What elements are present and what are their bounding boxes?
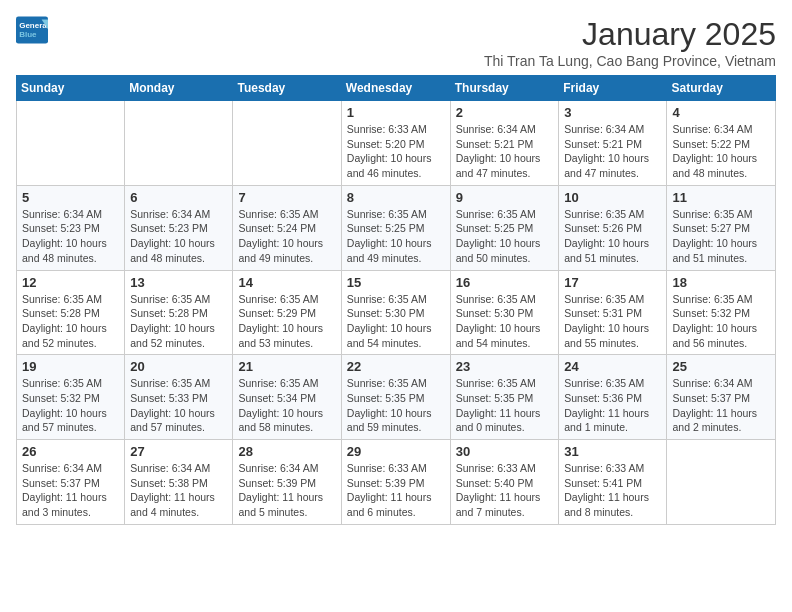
day-number: 6 bbox=[130, 190, 227, 205]
day-number: 14 bbox=[238, 275, 335, 290]
day-number: 18 bbox=[672, 275, 770, 290]
day-number: 12 bbox=[22, 275, 119, 290]
day-info: Sunrise: 6:35 AM Sunset: 5:35 PM Dayligh… bbox=[456, 376, 554, 435]
day-number: 21 bbox=[238, 359, 335, 374]
day-number: 19 bbox=[22, 359, 119, 374]
day-info: Sunrise: 6:35 AM Sunset: 5:36 PM Dayligh… bbox=[564, 376, 661, 435]
day-info: Sunrise: 6:33 AM Sunset: 5:40 PM Dayligh… bbox=[456, 461, 554, 520]
day-number: 22 bbox=[347, 359, 445, 374]
calendar-week-row: 12Sunrise: 6:35 AM Sunset: 5:28 PM Dayli… bbox=[17, 270, 776, 355]
calendar-week-row: 26Sunrise: 6:34 AM Sunset: 5:37 PM Dayli… bbox=[17, 440, 776, 525]
day-info: Sunrise: 6:33 AM Sunset: 5:41 PM Dayligh… bbox=[564, 461, 661, 520]
day-number: 30 bbox=[456, 444, 554, 459]
title-block: January 2025 Thi Tran Ta Lung, Cao Bang … bbox=[484, 16, 776, 69]
calendar-cell: 20Sunrise: 6:35 AM Sunset: 5:33 PM Dayli… bbox=[125, 355, 233, 440]
weekday-header-row: SundayMondayTuesdayWednesdayThursdayFrid… bbox=[17, 76, 776, 101]
weekday-header: Friday bbox=[559, 76, 667, 101]
day-number: 9 bbox=[456, 190, 554, 205]
day-info: Sunrise: 6:35 AM Sunset: 5:28 PM Dayligh… bbox=[22, 292, 119, 351]
day-number: 8 bbox=[347, 190, 445, 205]
day-info: Sunrise: 6:34 AM Sunset: 5:37 PM Dayligh… bbox=[22, 461, 119, 520]
day-info: Sunrise: 6:35 AM Sunset: 5:33 PM Dayligh… bbox=[130, 376, 227, 435]
day-info: Sunrise: 6:35 AM Sunset: 5:30 PM Dayligh… bbox=[347, 292, 445, 351]
day-info: Sunrise: 6:35 AM Sunset: 5:34 PM Dayligh… bbox=[238, 376, 335, 435]
day-info: Sunrise: 6:34 AM Sunset: 5:22 PM Dayligh… bbox=[672, 122, 770, 181]
calendar-cell: 17Sunrise: 6:35 AM Sunset: 5:31 PM Dayli… bbox=[559, 270, 667, 355]
day-number: 27 bbox=[130, 444, 227, 459]
day-number: 20 bbox=[130, 359, 227, 374]
calendar-week-row: 1Sunrise: 6:33 AM Sunset: 5:20 PM Daylig… bbox=[17, 101, 776, 186]
day-info: Sunrise: 6:35 AM Sunset: 5:24 PM Dayligh… bbox=[238, 207, 335, 266]
day-number: 28 bbox=[238, 444, 335, 459]
calendar-cell: 22Sunrise: 6:35 AM Sunset: 5:35 PM Dayli… bbox=[341, 355, 450, 440]
day-info: Sunrise: 6:34 AM Sunset: 5:21 PM Dayligh… bbox=[456, 122, 554, 181]
day-number: 4 bbox=[672, 105, 770, 120]
calendar-cell: 4Sunrise: 6:34 AM Sunset: 5:22 PM Daylig… bbox=[667, 101, 776, 186]
calendar-cell: 26Sunrise: 6:34 AM Sunset: 5:37 PM Dayli… bbox=[17, 440, 125, 525]
day-info: Sunrise: 6:35 AM Sunset: 5:25 PM Dayligh… bbox=[347, 207, 445, 266]
day-info: Sunrise: 6:34 AM Sunset: 5:23 PM Dayligh… bbox=[130, 207, 227, 266]
day-number: 29 bbox=[347, 444, 445, 459]
day-info: Sunrise: 6:33 AM Sunset: 5:20 PM Dayligh… bbox=[347, 122, 445, 181]
svg-text:Blue: Blue bbox=[19, 30, 37, 39]
weekday-header: Wednesday bbox=[341, 76, 450, 101]
calendar-cell: 21Sunrise: 6:35 AM Sunset: 5:34 PM Dayli… bbox=[233, 355, 341, 440]
day-number: 2 bbox=[456, 105, 554, 120]
calendar-cell: 18Sunrise: 6:35 AM Sunset: 5:32 PM Dayli… bbox=[667, 270, 776, 355]
day-number: 17 bbox=[564, 275, 661, 290]
day-info: Sunrise: 6:35 AM Sunset: 5:32 PM Dayligh… bbox=[672, 292, 770, 351]
calendar-cell: 27Sunrise: 6:34 AM Sunset: 5:38 PM Dayli… bbox=[125, 440, 233, 525]
calendar-cell bbox=[125, 101, 233, 186]
day-number: 3 bbox=[564, 105, 661, 120]
calendar-cell bbox=[233, 101, 341, 186]
day-info: Sunrise: 6:35 AM Sunset: 5:30 PM Dayligh… bbox=[456, 292, 554, 351]
weekday-header: Saturday bbox=[667, 76, 776, 101]
calendar-week-row: 19Sunrise: 6:35 AM Sunset: 5:32 PM Dayli… bbox=[17, 355, 776, 440]
calendar-table: SundayMondayTuesdayWednesdayThursdayFrid… bbox=[16, 75, 776, 525]
calendar-cell: 11Sunrise: 6:35 AM Sunset: 5:27 PM Dayli… bbox=[667, 185, 776, 270]
calendar-cell: 24Sunrise: 6:35 AM Sunset: 5:36 PM Dayli… bbox=[559, 355, 667, 440]
day-info: Sunrise: 6:34 AM Sunset: 5:23 PM Dayligh… bbox=[22, 207, 119, 266]
day-number: 10 bbox=[564, 190, 661, 205]
calendar-cell: 29Sunrise: 6:33 AM Sunset: 5:39 PM Dayli… bbox=[341, 440, 450, 525]
day-number: 11 bbox=[672, 190, 770, 205]
day-info: Sunrise: 6:34 AM Sunset: 5:39 PM Dayligh… bbox=[238, 461, 335, 520]
day-number: 16 bbox=[456, 275, 554, 290]
day-info: Sunrise: 6:35 AM Sunset: 5:35 PM Dayligh… bbox=[347, 376, 445, 435]
calendar-cell: 12Sunrise: 6:35 AM Sunset: 5:28 PM Dayli… bbox=[17, 270, 125, 355]
day-number: 31 bbox=[564, 444, 661, 459]
day-info: Sunrise: 6:33 AM Sunset: 5:39 PM Dayligh… bbox=[347, 461, 445, 520]
day-number: 24 bbox=[564, 359, 661, 374]
logo-icon: General Blue bbox=[16, 16, 48, 44]
calendar-cell: 23Sunrise: 6:35 AM Sunset: 5:35 PM Dayli… bbox=[450, 355, 559, 440]
calendar-title: January 2025 bbox=[484, 16, 776, 53]
day-info: Sunrise: 6:35 AM Sunset: 5:25 PM Dayligh… bbox=[456, 207, 554, 266]
calendar-cell: 7Sunrise: 6:35 AM Sunset: 5:24 PM Daylig… bbox=[233, 185, 341, 270]
calendar-cell: 25Sunrise: 6:34 AM Sunset: 5:37 PM Dayli… bbox=[667, 355, 776, 440]
calendar-cell: 10Sunrise: 6:35 AM Sunset: 5:26 PM Dayli… bbox=[559, 185, 667, 270]
calendar-cell bbox=[667, 440, 776, 525]
day-info: Sunrise: 6:35 AM Sunset: 5:29 PM Dayligh… bbox=[238, 292, 335, 351]
day-info: Sunrise: 6:35 AM Sunset: 5:27 PM Dayligh… bbox=[672, 207, 770, 266]
day-info: Sunrise: 6:35 AM Sunset: 5:28 PM Dayligh… bbox=[130, 292, 227, 351]
day-number: 26 bbox=[22, 444, 119, 459]
calendar-cell: 16Sunrise: 6:35 AM Sunset: 5:30 PM Dayli… bbox=[450, 270, 559, 355]
calendar-cell: 9Sunrise: 6:35 AM Sunset: 5:25 PM Daylig… bbox=[450, 185, 559, 270]
calendar-cell: 13Sunrise: 6:35 AM Sunset: 5:28 PM Dayli… bbox=[125, 270, 233, 355]
calendar-cell bbox=[17, 101, 125, 186]
day-info: Sunrise: 6:35 AM Sunset: 5:31 PM Dayligh… bbox=[564, 292, 661, 351]
calendar-subtitle: Thi Tran Ta Lung, Cao Bang Province, Vie… bbox=[484, 53, 776, 69]
calendar-cell: 1Sunrise: 6:33 AM Sunset: 5:20 PM Daylig… bbox=[341, 101, 450, 186]
day-number: 25 bbox=[672, 359, 770, 374]
calendar-cell: 15Sunrise: 6:35 AM Sunset: 5:30 PM Dayli… bbox=[341, 270, 450, 355]
day-number: 15 bbox=[347, 275, 445, 290]
calendar-cell: 30Sunrise: 6:33 AM Sunset: 5:40 PM Dayli… bbox=[450, 440, 559, 525]
calendar-cell: 8Sunrise: 6:35 AM Sunset: 5:25 PM Daylig… bbox=[341, 185, 450, 270]
page-header: General Blue January 2025 Thi Tran Ta Lu… bbox=[16, 16, 776, 69]
weekday-header: Monday bbox=[125, 76, 233, 101]
day-info: Sunrise: 6:35 AM Sunset: 5:32 PM Dayligh… bbox=[22, 376, 119, 435]
day-number: 7 bbox=[238, 190, 335, 205]
weekday-header: Tuesday bbox=[233, 76, 341, 101]
day-number: 13 bbox=[130, 275, 227, 290]
day-info: Sunrise: 6:34 AM Sunset: 5:21 PM Dayligh… bbox=[564, 122, 661, 181]
